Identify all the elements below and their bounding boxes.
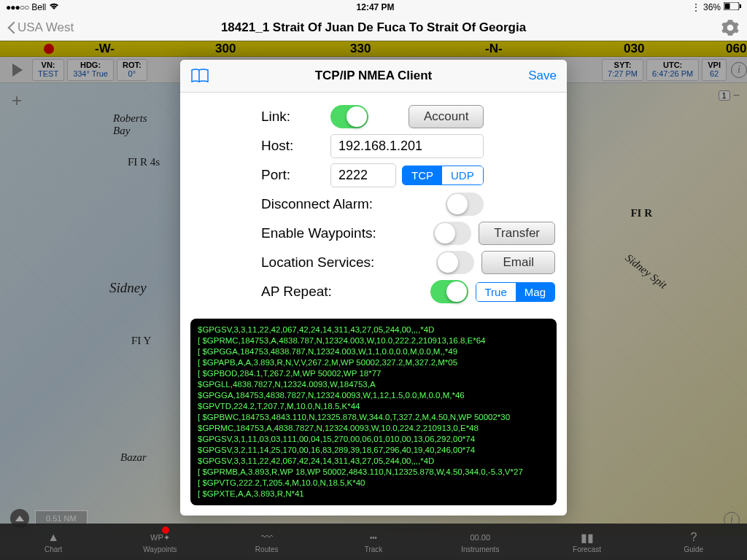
location-switch[interactable] xyxy=(436,251,474,274)
nav-bar: USA West 18421_1 Strait Of Juan De Fuca … xyxy=(0,15,747,41)
svg-rect-2 xyxy=(724,4,729,9)
save-button[interactable]: Save xyxy=(528,69,557,83)
settings-button[interactable] xyxy=(721,18,740,37)
transfer-button[interactable]: Transfer xyxy=(479,222,555,245)
modal-form: Link: Account Host: Port: TCP UDP Discon… xyxy=(180,93,567,319)
tab-guide[interactable]: ?Guide xyxy=(640,524,747,560)
status-time: 12:47 PM xyxy=(357,2,395,12)
tab-bar: ▲Chart WP✦Waypoints 〰Routes ┅Track 00.00… xyxy=(0,524,747,560)
back-label: USA West xyxy=(18,20,74,35)
nmea-client-modal: TCP/IP NMEA Client Save Link: Account Ho… xyxy=(180,60,567,516)
tab-chart[interactable]: ▲Chart xyxy=(0,524,107,560)
signal-dots-icon: ●●●○○ xyxy=(6,2,28,12)
tab-routes[interactable]: 〰Routes xyxy=(214,524,320,560)
link-label: Link: xyxy=(192,109,330,125)
port-label: Port: xyxy=(192,167,330,183)
ap-repeat-label: AP Repeat: xyxy=(192,284,389,300)
email-button[interactable]: Email xyxy=(481,251,555,274)
page-title: 18421_1 Strait Of Juan De Fuca To Strait… xyxy=(221,20,526,35)
ap-repeat-switch[interactable] xyxy=(430,280,468,303)
battery-icon xyxy=(724,2,741,12)
back-button[interactable]: USA West xyxy=(7,20,74,35)
location-label: Location Services: xyxy=(192,254,389,271)
chevron-left-icon xyxy=(7,21,16,34)
svg-rect-1 xyxy=(740,4,741,8)
true-option[interactable]: True xyxy=(476,283,516,301)
tab-instruments[interactable]: 00.00Instruments xyxy=(427,524,533,560)
modal-title: TCP/IP NMEA Client xyxy=(315,69,433,83)
account-button[interactable]: Account xyxy=(409,105,484,128)
routes-icon: 〰 xyxy=(261,530,273,545)
waypoints-label: Enable Waypoints: xyxy=(192,225,389,241)
link-switch[interactable] xyxy=(330,105,368,128)
chart-icon: ▲ xyxy=(47,530,59,545)
carrier-label: Bell xyxy=(31,2,46,12)
protocol-segment: TCP UDP xyxy=(402,166,484,185)
host-label: Host: xyxy=(192,138,330,154)
waypoints-switch[interactable] xyxy=(433,222,471,245)
port-input[interactable] xyxy=(330,163,396,187)
tab-forecast[interactable]: ▮▮Forecast xyxy=(533,524,640,560)
udp-option[interactable]: UDP xyxy=(442,166,483,184)
heading-segment: True Mag xyxy=(476,282,555,302)
host-input[interactable] xyxy=(330,134,484,158)
bookmark-button[interactable] xyxy=(190,68,209,84)
wifi-icon xyxy=(49,2,59,12)
tab-track[interactable]: ┅Track xyxy=(320,524,427,560)
tab-waypoints[interactable]: WP✦Waypoints xyxy=(107,524,213,560)
track-icon: ┅ xyxy=(370,530,377,545)
forecast-icon: ▮▮ xyxy=(581,530,594,545)
battery-percent: 36% xyxy=(703,2,721,12)
disconnect-switch[interactable] xyxy=(446,192,484,216)
status-bar: ●●●○○ Bell 12:47 PM ⋮ 36% xyxy=(0,0,747,15)
instruments-icon: 00.00 xyxy=(471,530,491,545)
mag-option[interactable]: Mag xyxy=(516,283,554,301)
nmea-log: $GPGSV,3,3,11,22,42,067,42,24,14,311,43,… xyxy=(190,319,557,505)
disconnect-label: Disconnect Alarm: xyxy=(192,196,389,212)
modal-header: TCP/IP NMEA Client Save xyxy=(180,60,567,93)
guide-icon: ? xyxy=(690,530,697,545)
bluetooth-icon: ⋮ xyxy=(692,2,700,12)
tcp-option[interactable]: TCP xyxy=(403,166,442,184)
